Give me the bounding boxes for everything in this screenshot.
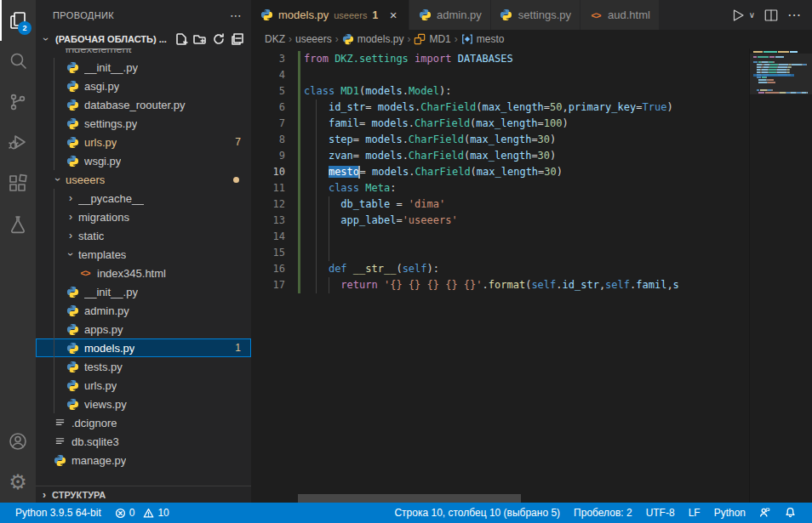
chevron-right-icon: ›: [66, 230, 76, 242]
tree-item-urls-py[interactable]: urls.py7: [36, 133, 251, 151]
eol-status[interactable]: LF: [682, 503, 707, 523]
code-line-9[interactable]: 9 zvan= models.CharField(max_length=30): [251, 148, 749, 164]
code-lines[interactable]: 3from DKZ.settings import DATABASES45cla…: [251, 51, 749, 503]
problems-status[interactable]: 010: [108, 503, 176, 523]
py-file-icon: [66, 117, 79, 130]
line-number: 15: [251, 245, 285, 261]
tree-item-db-sqlite3[interactable]: db.sqlite3: [36, 432, 251, 451]
partial-tree-item[interactable]: indexelement: [36, 48, 251, 58]
more-actions-icon[interactable]: ⋯: [787, 7, 802, 23]
code-line-17[interactable]: 17 return '{} {} {} {} {}'.format(self.i…: [251, 277, 749, 293]
breadcrumb-dkz[interactable]: DKZ: [265, 33, 285, 45]
code-line-5[interactable]: 5class MD1(models.Model):: [251, 83, 749, 99]
new-folder-icon[interactable]: [193, 32, 207, 46]
tree-item-manage-py[interactable]: manage.py: [36, 451, 251, 469]
code-line-12[interactable]: 12 db_table = 'dima': [251, 196, 749, 213]
tab-aud-html[interactable]: <>aud.html: [580, 0, 660, 30]
code-line-13[interactable]: 13 app_label='useeers': [251, 213, 749, 229]
code-line-6[interactable]: 6 id_str= models.CharField(max_length=50…: [251, 99, 749, 116]
run-button[interactable]: [730, 8, 746, 23]
run-debug-icon[interactable]: [0, 122, 36, 163]
tree-item--dcignore[interactable]: .dcignore: [36, 413, 251, 432]
activity-bar: 2⚙: [0, 0, 36, 503]
collapse-all-icon[interactable]: [231, 32, 244, 46]
refresh-icon[interactable]: [212, 32, 226, 46]
language-mode-status[interactable]: Python: [707, 503, 752, 523]
breadcrumb-mesto[interactable]: mesto: [461, 33, 505, 45]
explorer-more-icon[interactable]: ⋯: [230, 9, 243, 22]
workspace-section-header[interactable]: › (РАБОЧАЯ ОБЛАСТЬ) ...: [36, 30, 251, 48]
feedback-icon[interactable]: [752, 503, 778, 523]
tree-item-settings-py[interactable]: settings.py: [36, 114, 251, 133]
tree-item-templates[interactable]: ›templates: [36, 245, 251, 264]
code-line-7[interactable]: 7 famil= models.CharField(max_length=100…: [251, 116, 749, 132]
notifications-bell-icon[interactable]: [778, 503, 803, 523]
account-icon[interactable]: [0, 421, 36, 462]
breadcrumb-models-py[interactable]: models.py: [342, 33, 404, 45]
file-file-icon: [53, 435, 66, 448]
new-file-icon[interactable]: [174, 32, 188, 46]
tree-item-migrations[interactable]: ›migrations: [36, 207, 251, 226]
extensions-icon[interactable]: [0, 163, 36, 204]
tree-item-asgi-py[interactable]: asgi.py: [36, 77, 251, 95]
error-icon: [115, 508, 126, 519]
breadcrumb-md1[interactable]: MD1: [414, 33, 450, 45]
tree-item--init-py[interactable]: __init__.py: [36, 58, 251, 77]
main-area: 2⚙ ПРОВОДНИК ⋯ › (РАБОЧАЯ ОБЛАСТЬ) ... i…: [0, 0, 812, 503]
tree-item-models-py[interactable]: models.py1: [36, 338, 251, 357]
line-number: 10: [251, 164, 285, 180]
code-line-15[interactable]: 15: [251, 245, 749, 261]
code-line-10[interactable]: 10 mesto= models.CharField(max_length=30…: [251, 164, 749, 180]
horizontal-scrollbar[interactable]: [298, 494, 521, 503]
minimap[interactable]: [749, 48, 812, 503]
split-editor-button[interactable]: [763, 8, 779, 23]
tree-item-apps-py[interactable]: apps.py: [36, 320, 251, 338]
explorer-icon[interactable]: 2: [0, 0, 36, 41]
code-line-3[interactable]: 3from DKZ.settings import DATABASES: [251, 51, 749, 67]
workspace-actions: [174, 32, 244, 46]
settings-icon[interactable]: ⚙: [0, 462, 36, 503]
py-file-icon: [418, 9, 432, 22]
line-number: 5: [251, 83, 285, 99]
tree-item--init-py[interactable]: __init__.py: [36, 282, 251, 301]
tab-settings-py[interactable]: settings.py: [491, 0, 580, 30]
source-control-icon[interactable]: [0, 82, 36, 122]
sidebar-title: ПРОВОДНИК: [53, 10, 114, 20]
tree-item-urls-py[interactable]: urls.py: [36, 376, 251, 395]
tree-item-static[interactable]: ›static: [36, 226, 251, 245]
class-symbol-icon: [414, 33, 426, 45]
code-line-16[interactable]: 16 def __str__(self):: [251, 261, 749, 277]
code-line-11[interactable]: 11 class Meta:: [251, 180, 749, 196]
line-number: 17: [251, 277, 285, 293]
tab-admin-py[interactable]: admin.py: [409, 0, 491, 30]
breadcrumb-separator: ›: [407, 33, 410, 45]
tree-item-useeers[interactable]: ›useeers: [36, 170, 251, 189]
search-icon[interactable]: [0, 41, 36, 82]
tree-item-database-roouter-py[interactable]: database_roouter.py: [36, 95, 251, 114]
python-interpreter-status[interactable]: Python 3.9.5 64-bit: [9, 503, 108, 523]
code-line-14[interactable]: 14: [251, 229, 749, 245]
cursor-position-status[interactable]: Строка 10, столбец 10 (выбрано 5): [387, 503, 567, 523]
code-line-8[interactable]: 8 step= models.CharField(max_length=30): [251, 132, 749, 148]
encoding-status[interactable]: UTF-8: [639, 503, 682, 523]
tree-item-wsgi-py[interactable]: wsgi.py: [36, 151, 251, 170]
tree-item-admin-py[interactable]: admin.py: [36, 301, 251, 320]
tree-item-index345-html[interactable]: <>index345.html: [36, 264, 251, 282]
breadcrumb-useeers[interactable]: useeers: [295, 33, 332, 45]
workspace-label: (РАБОЧАЯ ОБЛАСТЬ) ...: [55, 34, 167, 44]
tree-item-views-py[interactable]: views.py: [36, 395, 251, 413]
tree-item-tests-py[interactable]: tests.py: [36, 357, 251, 376]
indentation-status[interactable]: Пробелов: 2: [567, 503, 639, 523]
chevron-right-icon: ›: [66, 211, 76, 223]
run-dropdown-chevron-icon[interactable]: ∨: [749, 10, 755, 20]
code-editor[interactable]: 3from DKZ.settings import DATABASES45cla…: [251, 48, 812, 503]
line-number: 11: [251, 180, 285, 196]
tab-models-py[interactable]: models.pyuseeers1×: [251, 0, 409, 30]
outline-section-header[interactable]: › СТРУКТУРА: [36, 486, 251, 503]
status-bar: Python 3.9.5 64-bit010Строка 10, столбец…: [0, 503, 812, 523]
py-file-icon: [66, 154, 79, 168]
code-line-4[interactable]: 4: [251, 67, 749, 83]
tree-item--pycache-[interactable]: ›__pycache__: [36, 189, 251, 207]
testing-icon[interactable]: [0, 204, 36, 245]
close-icon[interactable]: ×: [386, 8, 400, 22]
